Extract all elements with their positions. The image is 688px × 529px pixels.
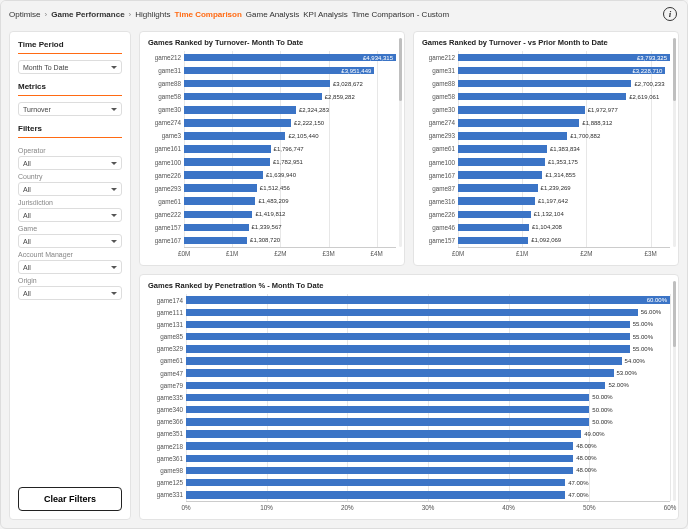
bar[interactable] [458, 106, 585, 114]
bar-row: 55.00% [186, 345, 670, 353]
panel-turnover-prior: Games Ranked by Turnover - vs Prior Mont… [413, 31, 679, 266]
bar[interactable] [458, 184, 538, 192]
bar-row: 53.00% [186, 369, 670, 377]
bar[interactable] [184, 119, 291, 127]
bar-value-label: 55.00% [633, 334, 653, 340]
bar[interactable] [186, 491, 565, 499]
time-period-dropdown[interactable]: Month To Date [18, 60, 122, 74]
info-icon[interactable]: i [663, 7, 677, 21]
category-label: game331 [148, 491, 183, 498]
filter-dropdown-country[interactable]: All [18, 182, 122, 196]
filter-label: Country [18, 173, 122, 180]
scrollbar[interactable] [399, 38, 402, 247]
bar[interactable] [186, 333, 630, 341]
bar[interactable] [458, 80, 631, 88]
bar-value-label: £1,639,940 [266, 172, 296, 178]
bar-row: £1,132,104 [458, 210, 670, 218]
scrollbar[interactable] [673, 38, 676, 247]
category-label: game361 [148, 455, 183, 462]
bar[interactable] [184, 80, 330, 88]
bar[interactable] [458, 158, 545, 166]
bar[interactable] [184, 158, 270, 166]
panel-penetration: Games Ranked by Penetration % - Month To… [139, 274, 679, 520]
bar-value-label: £2,700,233 [634, 81, 664, 87]
filter-dropdown-jurisdiction[interactable]: All [18, 208, 122, 222]
bar[interactable] [186, 430, 581, 438]
bar[interactable] [186, 467, 573, 475]
filter-dropdown-account-manager[interactable]: All [18, 260, 122, 274]
bar-row: £2,859,282 [184, 93, 396, 101]
tab-highlights[interactable]: Highlights [135, 10, 170, 19]
bar-value-label: 55.00% [633, 321, 653, 327]
bar-value-label: £1,104,208 [532, 224, 562, 230]
category-label: game174 [148, 297, 183, 304]
filter-value: All [23, 290, 31, 297]
clear-filters-button[interactable]: Clear Filters [18, 487, 122, 511]
x-tick: £0M [452, 250, 464, 257]
bar[interactable] [458, 211, 531, 219]
bar[interactable] [186, 382, 605, 390]
bar[interactable] [458, 237, 528, 245]
bar[interactable]: £3,951,449 [184, 67, 374, 75]
bar[interactable] [184, 171, 263, 179]
filter-dropdown-origin[interactable]: All [18, 286, 122, 300]
bar[interactable] [184, 224, 249, 232]
bar[interactable] [458, 171, 542, 179]
filter-label: Account Manager [18, 251, 122, 258]
bar[interactable] [458, 197, 535, 205]
tab-time-comparison-custom[interactable]: Time Comparison - Custom [352, 10, 450, 19]
bar[interactable] [186, 394, 589, 402]
bar[interactable] [184, 184, 257, 192]
crumb-optimise[interactable]: Optimise [9, 10, 41, 19]
crumb-game-performance[interactable]: Game Performance [51, 10, 124, 19]
bar[interactable] [458, 119, 579, 127]
bar[interactable]: £3,228,710 [458, 67, 665, 75]
tab-kpi-analysis[interactable]: KPI Analysis [303, 10, 347, 19]
chevron-down-icon [111, 108, 117, 111]
x-axis: £0M£1M£2M£3M£4M [184, 247, 396, 261]
bar[interactable] [458, 132, 567, 140]
bar-row: £3,028,672 [184, 80, 396, 88]
bar[interactable] [458, 224, 529, 232]
tab-game-analysis[interactable]: Game Analysis [246, 10, 299, 19]
bar[interactable] [184, 197, 255, 205]
bar[interactable] [184, 93, 322, 101]
category-label: game222 [148, 211, 181, 218]
bar[interactable] [186, 321, 630, 329]
bar[interactable] [186, 406, 589, 414]
bar[interactable] [186, 455, 573, 463]
bar[interactable] [184, 132, 285, 140]
category-label: game161 [148, 145, 181, 152]
category-label: game79 [148, 382, 183, 389]
bar[interactable] [186, 442, 573, 450]
filter-dropdown-operator[interactable]: All [18, 156, 122, 170]
category-label: game58 [148, 93, 181, 100]
bar[interactable] [186, 418, 589, 426]
metrics-dropdown[interactable]: Turnover [18, 102, 122, 116]
bar[interactable] [184, 211, 252, 219]
category-label: game3 [148, 132, 181, 139]
bar[interactable]: 60.00% [186, 296, 670, 304]
bar-row: £1,639,940 [184, 171, 396, 179]
category-label: game100 [422, 159, 455, 166]
filter-dropdown-game[interactable]: All [18, 234, 122, 248]
bar-value-label: 50.00% [592, 394, 612, 400]
bar[interactable] [186, 357, 622, 365]
bar[interactable] [458, 93, 626, 101]
bar[interactable] [186, 369, 614, 377]
category-label: game226 [422, 211, 455, 218]
bar-value-label: £1,092,069 [531, 237, 561, 243]
bar[interactable]: £4,934,315 [184, 54, 396, 62]
bar[interactable]: £3,793,325 [458, 54, 670, 62]
scrollbar[interactable] [673, 281, 676, 501]
tab-time-comparison[interactable]: Time Comparison [174, 10, 241, 19]
bar[interactable] [186, 309, 638, 317]
bar[interactable] [184, 237, 247, 245]
bar[interactable] [458, 145, 547, 153]
bar[interactable] [184, 145, 271, 153]
charts-area: Games Ranked by Turnover- Month To Date … [139, 31, 679, 520]
bar[interactable] [184, 106, 296, 114]
bar[interactable] [186, 479, 565, 487]
bar[interactable] [186, 345, 630, 353]
category-label: game61 [148, 198, 181, 205]
